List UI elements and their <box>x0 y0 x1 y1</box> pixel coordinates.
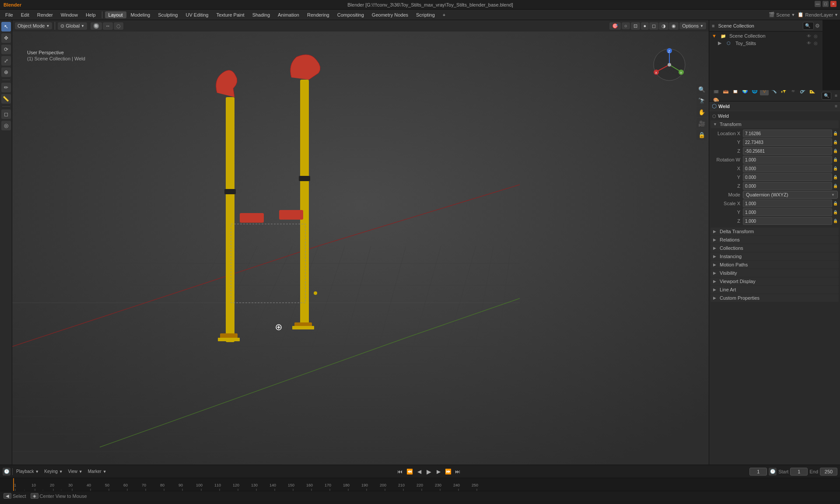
viewport-navigation-gizmo[interactable]: Z Y X <box>652 47 687 82</box>
timeline-ruler[interactable]: 1 10 20 30 40 50 60 <box>0 478 840 491</box>
motion-paths-header[interactable]: ▶ Motion Paths <box>710 261 839 269</box>
viewport-xray[interactable]: ⊡ <box>631 22 640 30</box>
prop-tab-output[interactable]: 📤 <box>721 90 730 95</box>
rotation-y-lock[interactable]: 🔒 <box>833 173 838 181</box>
tool-add-cube[interactable]: ◻ <box>1 109 11 119</box>
tool-select[interactable]: ↖ <box>1 22 11 32</box>
play-button[interactable]: ▶ <box>425 468 433 476</box>
menu-shading[interactable]: Shading <box>249 11 273 18</box>
menu-add-workspace[interactable]: + <box>439 11 449 18</box>
menu-geometry-nodes[interactable]: Geometry Nodes <box>368 11 412 18</box>
outliner-eye-icon[interactable]: 👁 <box>807 34 813 38</box>
step-forward-button[interactable]: ▶ <box>434 468 442 476</box>
viewport-transform-orientations[interactable]: ↔ <box>103 22 113 30</box>
end-frame-field[interactable]: 250 <box>820 468 837 476</box>
menu-render[interactable]: Render <box>34 11 56 18</box>
obj-prop-name[interactable]: Weld <box>718 113 729 119</box>
prop-tab-constraints[interactable]: 🔗 <box>798 90 807 95</box>
rotation-y-input[interactable]: 0.000 <box>743 173 832 181</box>
menu-uv-editing[interactable]: UV Editing <box>182 11 212 18</box>
properties-options-icon[interactable]: ≡ <box>835 93 837 98</box>
jump-end-button[interactable]: ⏭ <box>454 468 462 476</box>
menu-sculpting[interactable]: Sculpting <box>154 11 181 18</box>
viewport-canvas[interactable]: User Perspective (1) Scene Collection | … <box>12 32 709 465</box>
rotation-w-input[interactable]: 1.000 <box>743 156 832 164</box>
menu-modeling[interactable]: Modeling <box>127 11 154 18</box>
location-y-lock[interactable]: 🔒 <box>833 138 838 146</box>
start-frame-field[interactable]: 1 <box>790 468 808 476</box>
prop-tab-physics[interactable]: ⚛ <box>789 90 798 95</box>
scale-z-input[interactable]: 1.000 <box>743 217 832 225</box>
prop-tab-data[interactable]: 📐 <box>808 90 817 95</box>
prop-tab-scene[interactable]: 🌍 <box>741 90 749 95</box>
viewport-zoom-out[interactable]: 🔭 <box>696 95 707 106</box>
viewport-wireframe[interactable]: ◻ <box>649 22 658 30</box>
tool-annotate[interactable]: ✏ <box>1 83 11 92</box>
outliner-toy-eye-icon[interactable]: 👁 <box>807 41 813 46</box>
tool-transform[interactable]: ⊕ <box>1 67 11 77</box>
line-art-header[interactable]: ▶ Line Art <box>710 286 839 294</box>
collections-header[interactable]: ▶ Collections <box>710 244 839 252</box>
keying-menu[interactable]: Keying ▼ <box>42 468 64 475</box>
timeline-type-selector[interactable]: 🕐 <box>3 468 10 476</box>
viewport-proportional[interactable]: ◌ <box>114 22 123 30</box>
current-frame-field[interactable]: 1 <box>749 468 767 476</box>
viewport-mode-selector[interactable]: Object Mode ▼ <box>15 22 52 29</box>
menu-layout[interactable]: Layout <box>105 11 126 18</box>
marker-menu[interactable]: Marker ▼ <box>86 468 108 475</box>
rotation-z-input[interactable]: 0.000 <box>743 182 832 190</box>
viewport-snap[interactable]: 🔘 <box>91 22 102 30</box>
location-z-input[interactable]: -50.25681 <box>743 147 832 155</box>
rotation-x-input[interactable]: 0.000 <box>743 164 832 172</box>
minimize-button[interactable]: — <box>815 1 821 7</box>
prop-tab-view[interactable]: 📋 <box>731 90 740 95</box>
viewport-lock[interactable]: 🔒 <box>696 130 707 140</box>
maximize-button[interactable]: □ <box>822 1 829 7</box>
viewport-pan[interactable]: ✋ <box>696 107 707 117</box>
viewport-camera-view[interactable]: 🎥 <box>696 118 707 129</box>
prev-keyframe-button[interactable]: ⏪ <box>406 468 413 476</box>
menu-window[interactable]: Window <box>57 11 81 18</box>
prop-tab-object[interactable]: ▽ <box>760 90 769 95</box>
outliner-scene-collection[interactable]: ▼ 📁 Scene Collection 👁 ◎ <box>709 32 822 39</box>
custom-properties-header[interactable]: ▶ Custom Properties <box>710 294 839 302</box>
outliner-select-icon[interactable]: ◎ <box>814 34 820 38</box>
viewport-show-gizmos[interactable]: 🎯 <box>609 22 621 30</box>
frame-clock-icon[interactable]: 🕐 <box>769 468 777 476</box>
rotation-z-lock[interactable]: 🔒 <box>833 182 838 190</box>
viewport-overlay[interactable]: ○ <box>622 22 630 29</box>
outliner-toy-select-icon[interactable]: ◎ <box>814 41 820 46</box>
outliner-toy-stilts[interactable]: ▶ ⬡ Toy_Stilts 👁 ◎ <box>709 39 822 47</box>
tool-cursor[interactable]: ◎ <box>1 121 11 130</box>
object-name-field[interactable]: Weld <box>718 104 833 109</box>
instancing-header[interactable]: ▶ Instancing <box>710 252 839 260</box>
tool-measure[interactable]: 📏 <box>1 94 11 104</box>
location-y-input[interactable]: 22.73483 <box>743 138 832 146</box>
close-button[interactable]: ✕ <box>830 1 836 7</box>
rotation-w-lock[interactable]: 🔒 <box>833 156 838 164</box>
menu-animation[interactable]: Animation <box>274 11 303 18</box>
prop-tab-world[interactable]: 🌐 <box>750 90 759 95</box>
scale-y-input[interactable]: 1.000 <box>743 208 832 216</box>
outliner-search[interactable]: 🔍 <box>803 22 814 30</box>
next-keyframe-button[interactable]: ⏩ <box>444 468 452 476</box>
scale-x-lock[interactable]: 🔒 <box>833 200 838 207</box>
viewport-display-header[interactable]: ▶ Viewport Display <box>710 277 839 285</box>
viewport-solid[interactable]: ● <box>641 22 649 30</box>
prop-tab-render[interactable]: 🎬 <box>712 90 721 95</box>
location-x-lock[interactable]: 🔒 <box>833 130 838 137</box>
prop-tab-particles[interactable]: ✨ <box>779 90 788 95</box>
playback-menu[interactable]: Playback ▼ <box>14 468 41 475</box>
menu-scripting[interactable]: Scripting <box>413 11 438 18</box>
menu-file[interactable]: File <box>2 11 17 18</box>
rotation-mode-dropdown[interactable]: Quaternion (WXYZ) ▼ <box>743 191 838 199</box>
location-z-lock[interactable]: 🔒 <box>833 147 838 155</box>
tool-scale[interactable]: ⤢ <box>1 56 11 66</box>
delta-transform-header[interactable]: ▶ Delta Transform <box>710 228 839 235</box>
menu-texture-paint[interactable]: Texture Paint <box>213 11 248 18</box>
step-back-button[interactable]: ◀ <box>415 468 423 476</box>
scale-y-lock[interactable]: 🔒 <box>833 208 838 216</box>
prop-tab-modifier[interactable]: 🔧 <box>770 90 778 95</box>
renderlayer-selector[interactable]: 📋 RenderLayer ▼ <box>798 12 838 18</box>
object-options-icon[interactable]: ≡ <box>835 104 837 108</box>
